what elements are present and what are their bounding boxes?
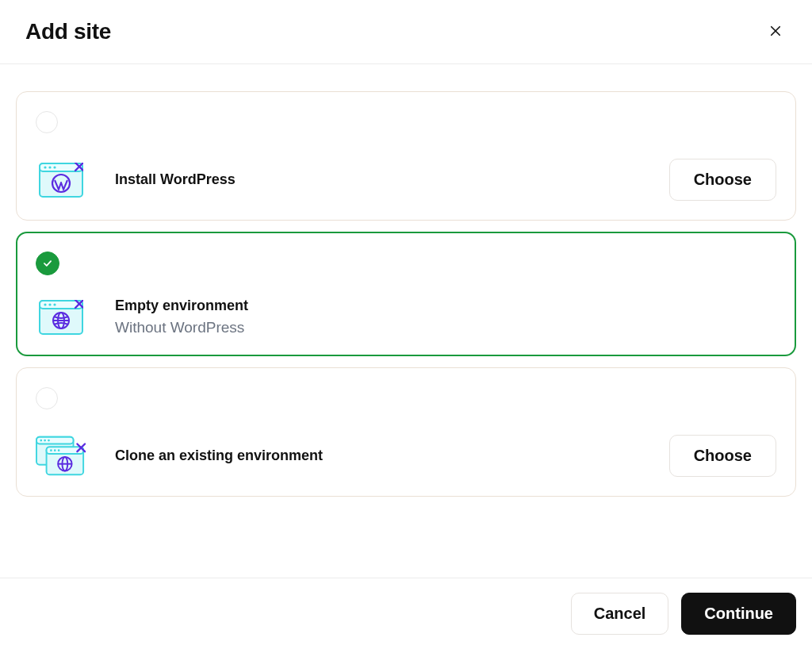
option-install-wordpress[interactable]: Install WordPress Choose xyxy=(16,91,796,221)
option-title: Install WordPress xyxy=(115,171,236,188)
option-texts: Clone an existing environment xyxy=(115,447,323,464)
svg-point-29 xyxy=(58,449,60,451)
radio-unchecked-icon xyxy=(36,387,58,409)
option-clone-environment[interactable]: Clone an existing environment Choose xyxy=(16,367,796,497)
option-left: Clone an existing environment xyxy=(36,436,323,477)
radio-unchecked-icon xyxy=(36,111,58,133)
choose-button[interactable]: Choose xyxy=(669,159,776,201)
choose-button[interactable]: Choose xyxy=(669,435,776,477)
continue-button[interactable]: Continue xyxy=(681,593,796,635)
close-button[interactable] xyxy=(764,21,787,43)
option-texts: Empty environment Without WordPress xyxy=(115,298,248,336)
svg-point-6 xyxy=(53,166,56,168)
svg-point-5 xyxy=(48,166,51,168)
globe-browser-icon xyxy=(36,300,86,335)
option-row: Clone an existing environment Choose xyxy=(36,435,776,477)
option-left: Install WordPress xyxy=(36,163,236,198)
radio-checked-icon xyxy=(36,252,59,275)
svg-point-4 xyxy=(44,166,46,168)
option-title: Clone an existing environment xyxy=(115,447,323,464)
svg-point-23 xyxy=(44,439,46,441)
svg-point-13 xyxy=(48,303,51,305)
cancel-button[interactable]: Cancel xyxy=(571,593,669,635)
svg-point-12 xyxy=(44,303,46,305)
dialog-title: Add site xyxy=(25,19,111,44)
svg-point-24 xyxy=(48,439,50,441)
clone-browser-icon xyxy=(36,436,86,477)
svg-point-28 xyxy=(54,449,56,451)
close-icon xyxy=(768,24,783,40)
option-empty-environment[interactable]: Empty environment Without WordPress xyxy=(16,232,796,356)
dialog-header: Add site xyxy=(0,0,812,64)
option-texts: Install WordPress xyxy=(115,171,236,188)
svg-point-27 xyxy=(50,449,52,451)
option-row: Install WordPress Choose xyxy=(36,159,776,201)
option-subtitle: Without WordPress xyxy=(115,319,248,336)
option-left: Empty environment Without WordPress xyxy=(36,298,248,336)
options-list: Install WordPress Choose xyxy=(0,64,812,524)
option-row: Empty environment Without WordPress xyxy=(36,298,776,336)
dialog-footer: Cancel Continue xyxy=(0,578,812,649)
svg-point-22 xyxy=(40,439,42,441)
svg-point-14 xyxy=(53,303,56,305)
option-title: Empty environment xyxy=(115,298,248,314)
wordpress-browser-icon xyxy=(36,163,86,198)
